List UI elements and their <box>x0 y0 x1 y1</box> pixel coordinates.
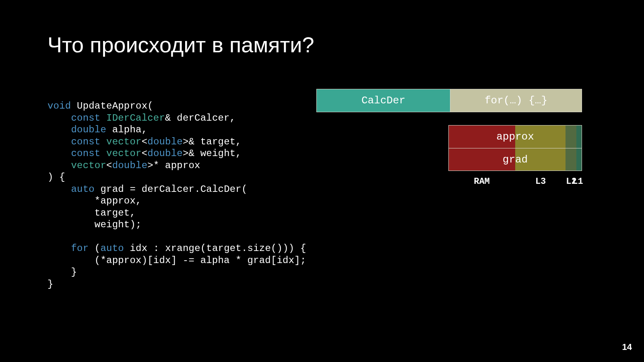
axis-label-l1: L1 <box>572 177 583 187</box>
page-number: 14 <box>622 342 632 352</box>
memory-axis: RAM L3 L2 L1 <box>448 177 582 188</box>
memory-row-label: grad <box>449 148 582 171</box>
timeline-row: CalcDer for(…) {…} <box>316 89 582 112</box>
timeline-box-forloop: for(…) {…} <box>450 89 582 112</box>
slide-title: Что происходит в памяти? <box>47 32 314 57</box>
memory-row: approx <box>449 125 582 148</box>
axis-label-l3: L3 <box>535 177 546 187</box>
slide: Что происходит в памяти? void UpdateAppr… <box>0 0 644 362</box>
memory-stack: approxgrad RAM L3 L2 L1 <box>448 125 582 188</box>
timeline-box-calcder: CalcDer <box>317 89 450 112</box>
memory-row-label: approx <box>449 125 582 148</box>
memory-diagram: CalcDer for(…) {…} approxgrad RAM L3 L2 … <box>316 89 582 112</box>
memory-row: grad <box>449 148 582 171</box>
code-block: void UpdateApprox( const IDerCalcer& der… <box>47 100 306 290</box>
axis-label-ram: RAM <box>474 177 490 187</box>
